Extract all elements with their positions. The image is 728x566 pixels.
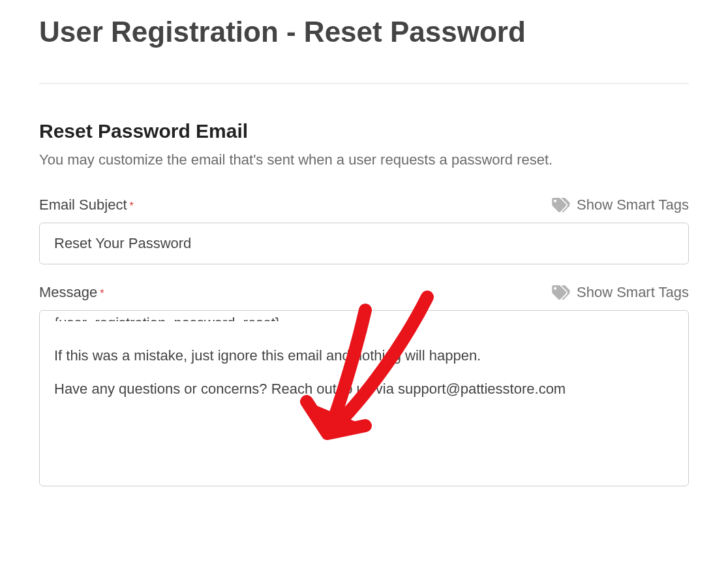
show-smart-tags-label: Show Smart Tags — [577, 284, 689, 301]
tags-icon — [552, 198, 570, 212]
email-subject-label-group: Email Subject* — [39, 197, 134, 213]
message-prev-line-cutoff: {user_registration_password_reset} — [54, 312, 674, 321]
required-indicator: * — [100, 288, 104, 299]
message-textarea[interactable]: {user_registration_password_reset} If th… — [39, 310, 689, 486]
message-smart-tag: {user_registration_password_reset} — [54, 312, 280, 321]
settings-page: User Registration - Reset Password Reset… — [0, 0, 728, 532]
required-indicator: * — [130, 200, 134, 212]
email-subject-row: Email Subject* Show Smart Tags — [39, 197, 689, 264]
email-subject-input[interactable] — [39, 223, 689, 264]
message-line-2: Have any questions or concerns? Reach ou… — [54, 378, 674, 400]
message-label: Message — [39, 284, 97, 300]
label-row: Message* Show Smart Tags — [39, 284, 689, 301]
label-row: Email Subject* Show Smart Tags — [39, 197, 689, 213]
message-row: Message* Show Smart Tags {user_registrat… — [39, 284, 689, 486]
tags-icon — [552, 285, 570, 300]
email-subject-label: Email Subject — [39, 197, 127, 213]
show-smart-tags-button[interactable]: Show Smart Tags — [552, 284, 689, 301]
page-title: User Registration - Reset Password — [39, 13, 689, 50]
show-smart-tags-label: Show Smart Tags — [577, 197, 689, 213]
message-line-1: If this was a mistake, just ignore this … — [54, 345, 674, 366]
divider — [39, 83, 689, 84]
section-description: You may customize the email that's sent … — [39, 149, 689, 170]
message-label-group: Message* — [39, 284, 104, 301]
show-smart-tags-button[interactable]: Show Smart Tags — [552, 197, 689, 213]
section-title: Reset Password Email — [39, 120, 689, 142]
